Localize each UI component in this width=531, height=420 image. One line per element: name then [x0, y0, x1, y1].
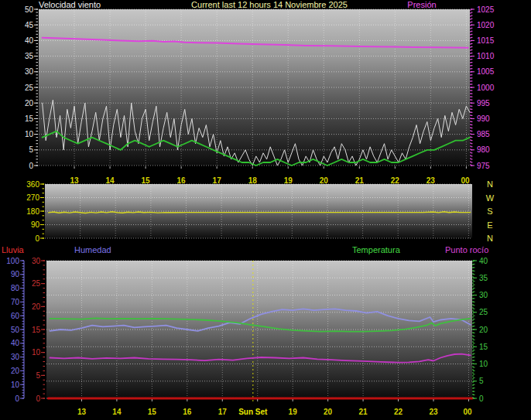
humidity-section-label: Humedad	[74, 245, 111, 254]
axis-label-wind: 0	[29, 162, 33, 170]
axis-label-temperature: 5	[479, 377, 484, 385]
rain-section-label: Lluvia	[2, 245, 25, 254]
x-tick-label: 21	[355, 176, 365, 185]
x-tick-label: 19	[284, 176, 293, 185]
x-tick-label: 20	[324, 408, 333, 416]
axis-label-wind: 25	[25, 84, 34, 92]
x-tick-label: 23	[427, 176, 436, 185]
axis-label-humidity: 80	[11, 284, 20, 292]
plot-background	[46, 261, 472, 398]
x-tick-label: 15	[142, 176, 151, 185]
axis-label-pressure: 1025	[477, 5, 495, 14]
x-tick-label: 16	[177, 176, 187, 185]
x-tick-label: 13	[70, 176, 79, 185]
axis-label-pressure: 975	[477, 162, 490, 170]
axis-label-temperature: 25	[479, 308, 488, 316]
x-tick-label: 00	[461, 176, 470, 185]
axis-label-pressure: 1005	[477, 67, 495, 76]
x-tick-label: 13	[77, 408, 87, 416]
axis-label-rain: 0	[36, 394, 40, 403]
axis-label-rain: 15	[32, 326, 41, 334]
x-tick-label: 00	[463, 408, 472, 416]
x-tick-label: 18	[248, 176, 258, 185]
wind-speed-title: Velocidad viento	[39, 0, 101, 9]
chart-period-title: Current last 12 hours 14 Noviembre 2025	[191, 0, 348, 9]
panel-humidity-temperature-rain: 0102030405060708090100051015202530051015…	[6, 257, 488, 417]
compass-label-north-bottom: N	[487, 234, 493, 243]
axis-label-direction: 360	[26, 180, 39, 189]
dew-point-section-label: Punto rocío	[445, 245, 488, 254]
x-tick-label: 14	[112, 408, 122, 416]
axis-label-wind: 35	[25, 52, 34, 60]
axis-label-humidity: 10	[11, 381, 20, 389]
axis-label-rain: 10	[32, 348, 41, 357]
axis-label-pressure: 1020	[477, 21, 495, 29]
axis-label-direction: 270	[26, 193, 39, 202]
panel-wind-pressure: 0510152025303540455097598098599099510001…	[25, 5, 495, 186]
axis-label-wind: 40	[25, 36, 34, 45]
axis-label-humidity: 20	[11, 367, 20, 375]
axis-label-temperature: 10	[479, 360, 488, 368]
axis-label-temperature: 40	[479, 257, 488, 265]
axis-label-pressure: 980	[477, 145, 490, 154]
axis-label-rain: 5	[36, 371, 40, 380]
axis-label-temperature: 35	[479, 274, 488, 282]
x-tick-label: 15	[148, 408, 157, 416]
axis-label-rain: 25	[32, 279, 41, 288]
axis-label-humidity: 90	[11, 270, 20, 278]
x-tick-label: 17	[218, 408, 228, 416]
axis-label-humidity: 40	[11, 339, 20, 347]
axis-label-wind: 45	[25, 21, 34, 29]
axis-label-wind: 15	[25, 114, 34, 123]
compass-label-east: E	[487, 220, 492, 230]
axis-label-direction: 180	[26, 207, 39, 216]
axis-label-pressure: 995	[477, 99, 490, 108]
x-tick-label: 22	[394, 408, 403, 416]
axis-label-wind: 30	[25, 67, 34, 76]
weather-station-chart: Velocidad viento Current last 12 hours 1…	[0, 0, 531, 420]
axis-label-humidity: 70	[11, 298, 20, 306]
axis-label-direction: 90	[31, 220, 40, 229]
panel-wind-direction: 090180270360	[26, 180, 472, 243]
axis-label-humidity: 0	[15, 394, 19, 403]
x-tick-label: 23	[429, 408, 438, 416]
axis-label-wind: 20	[25, 99, 34, 108]
pressure-title: Presión	[407, 0, 436, 9]
axis-label-wind: 10	[25, 130, 34, 138]
axis-label-rain: 20	[32, 302, 41, 311]
x-tick-label: 19	[289, 408, 298, 416]
weather-chart-canvas: Velocidad viento Current last 12 hours 1…	[0, 0, 531, 420]
axis-label-pressure: 990	[477, 114, 490, 123]
x-tick-label: 17	[213, 176, 222, 185]
compass-label-north-top: N	[487, 179, 493, 189]
axis-label-humidity: 100	[6, 257, 19, 265]
axis-label-humidity: 60	[11, 312, 20, 320]
x-tick-label: 14	[106, 176, 115, 185]
axis-label-pressure: 985	[477, 130, 490, 138]
x-tick-label: 22	[391, 176, 400, 185]
axis-label-wind: 5	[29, 145, 33, 154]
axis-label-rain: 30	[32, 257, 41, 265]
x-tick-label: 20	[320, 176, 329, 185]
x-tick-label: 21	[359, 408, 368, 416]
axis-label-humidity: 50	[11, 326, 20, 334]
axis-label-temperature: 0	[479, 394, 484, 403]
axis-label-pressure: 1015	[477, 36, 495, 45]
axis-label-pressure: 1000	[477, 84, 495, 92]
x-tick-label: 16	[183, 408, 192, 416]
axis-label-pressure: 1010	[477, 52, 495, 60]
axis-label-wind: 50	[25, 5, 34, 14]
axis-label-temperature: 30	[479, 291, 488, 299]
compass-label-west: W	[486, 193, 495, 203]
temperature-section-label: Temperatura	[352, 245, 401, 254]
axis-label-temperature: 20	[479, 326, 488, 334]
axis-label-direction: 0	[35, 234, 39, 243]
sunset-label: Sun Set	[238, 408, 268, 416]
axis-label-temperature: 15	[479, 343, 488, 351]
compass-label-south: S	[487, 207, 492, 216]
axis-label-humidity: 30	[11, 353, 20, 361]
